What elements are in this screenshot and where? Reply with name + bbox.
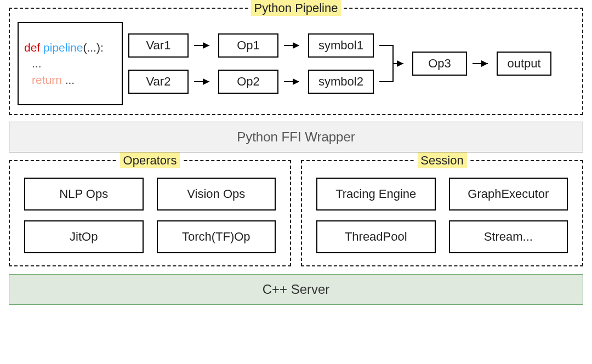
graph-col-symbols: symbol1 symbol2 xyxy=(308,33,374,94)
pipeline-title: Python Pipeline xyxy=(249,1,344,15)
arrow-col-1 xyxy=(194,33,213,94)
code-func-name: pipeline xyxy=(43,41,83,54)
cpp-server-label: C++ Server xyxy=(263,282,330,297)
operators-title: Operators xyxy=(118,153,183,168)
code-def-keyword: def xyxy=(24,41,40,54)
graph-col-op3: Op3 xyxy=(412,52,467,76)
sess-stream: Stream... xyxy=(449,220,568,253)
session-title: Session xyxy=(415,153,469,168)
ffi-wrapper-box: Python FFI Wrapper xyxy=(9,122,583,152)
op-nlp: NLP Ops xyxy=(24,178,144,211)
mid-row: Operators NLP Ops Vision Ops JitOp Torch… xyxy=(9,160,583,266)
pipeline-body: def pipeline(...): ... return ... Var1 V… xyxy=(18,21,574,106)
sess-threadpool: ThreadPool xyxy=(316,220,436,253)
code-ellipsis-1: ... xyxy=(32,57,42,70)
graph-col-ops12: Op1 Op2 xyxy=(218,33,278,94)
code-box: def pipeline(...): ... return ... xyxy=(18,22,123,105)
sess-tracing: Tracing Engine xyxy=(316,178,436,211)
sess-graphexec: GraphExecutor xyxy=(449,178,568,211)
arrow-icon xyxy=(194,33,213,58)
node-op1: Op1 xyxy=(218,33,278,58)
arrow-icon xyxy=(284,70,303,94)
merge-connector-icon xyxy=(379,33,407,94)
pipeline-graph: Var1 Var2 Op1 Op2 xyxy=(128,33,574,94)
op-torchtf: Torch(TF)Op xyxy=(157,220,276,253)
node-op2: Op2 xyxy=(218,70,278,94)
code-return-keyword: return xyxy=(32,73,62,86)
graph-col-vars: Var1 Var2 xyxy=(128,33,189,94)
node-var2: Var2 xyxy=(128,70,189,94)
op-jit: JitOp xyxy=(24,220,144,253)
code-return-rest: ... xyxy=(62,73,75,86)
arrow-col-2 xyxy=(284,33,303,94)
operators-grid: NLP Ops Vision Ops JitOp Torch(TF)Op xyxy=(18,175,282,258)
pipeline-panel: Python Pipeline def pipeline(...): ... r… xyxy=(9,8,583,115)
arrow-icon xyxy=(194,70,213,94)
session-grid: Tracing Engine GraphExecutor ThreadPool … xyxy=(310,175,574,258)
code-params: (...): xyxy=(83,41,103,54)
arrow-icon xyxy=(473,58,491,69)
operators-panel: Operators NLP Ops Vision Ops JitOp Torch… xyxy=(9,160,291,266)
session-panel: Session Tracing Engine GraphExecutor Thr… xyxy=(301,160,583,266)
op-vision: Vision Ops xyxy=(157,178,276,211)
ffi-wrapper-label: Python FFI Wrapper xyxy=(237,129,355,145)
node-var1: Var1 xyxy=(128,33,189,58)
cpp-server-box: C++ Server xyxy=(9,274,583,305)
node-symbol2: symbol2 xyxy=(308,70,374,94)
node-op3: Op3 xyxy=(412,52,467,76)
arrow-icon xyxy=(284,33,303,58)
graph-col-output: output xyxy=(497,52,551,76)
node-symbol1: symbol1 xyxy=(308,33,374,58)
node-output: output xyxy=(497,52,551,76)
